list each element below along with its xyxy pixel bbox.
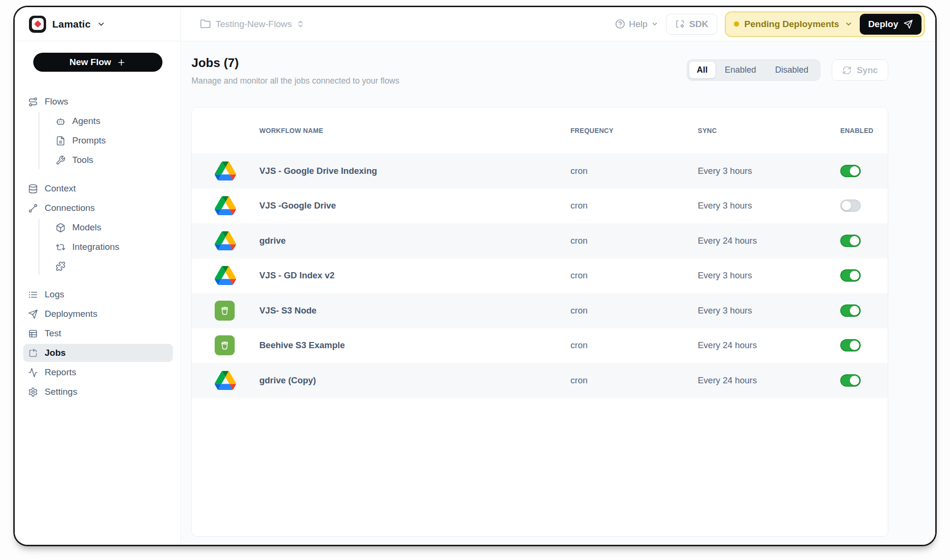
enabled-toggle[interactable] [840,165,861,177]
sidebar-item-prompts[interactable]: Prompts [51,132,173,150]
frequency-value: cron [570,340,698,351]
sidebar-item-connections[interactable]: Connections [23,199,173,217]
page-subtitle: Manage and monitor all the jobs connecte… [191,76,399,86]
help-menu[interactable]: Help [615,19,658,29]
table-header: WORKFLOW NAME FREQUENCY SYNC ENABLED [192,107,888,153]
list-icon [28,290,38,300]
sync-button[interactable]: Sync [832,59,888,81]
enabled-toggle[interactable] [840,235,861,247]
filter-all[interactable]: All [689,62,715,78]
gear-icon [28,387,38,397]
sidebar-item-label: Deployments [45,309,97,319]
brand-area[interactable]: Lamatic [15,7,181,41]
sidebar-item-label: Logs [45,289,64,300]
workflow-name: Beehive S3 Example [259,340,570,351]
jobs-table: WORKFLOW NAME FREQUENCY SYNC ENABLED VJS… [191,107,888,537]
sidebar-item-label: Tools [72,155,93,165]
page-title: Jobs (7) [191,56,399,70]
filter-disabled[interactable]: Disabled [766,62,818,78]
table-row[interactable]: gdrivecronEvery 24 hours [192,223,888,258]
diamond-icon [34,20,41,28]
enabled-toggle[interactable] [840,269,861,282]
table-row[interactable]: VJS - GD Index v2cronEvery 3 hours [192,258,888,294]
enabled-toggle[interactable] [840,339,861,351]
main-content: Jobs (7) Manage and monitor all the jobs… [181,41,935,545]
workflow-name: VJS -Google Drive [259,200,570,211]
frequency-value: cron [570,200,698,211]
sidebar-item-deployments[interactable]: Deployments [23,305,173,323]
new-flow-button[interactable]: New Flow [33,53,162,72]
chevron-down-icon [651,20,658,28]
sidebar-item-integrations[interactable]: Integrations [51,238,173,256]
puzzle-icon: Interfaces [56,261,66,271]
sidebar: New Flow FlowsAgentsPromptsToolsContextC… [15,41,181,545]
chevron-down-icon[interactable] [97,20,105,28]
deploy-button[interactable]: Deploy [860,14,922,35]
table-row[interactable]: Beehive S3 ExamplecronEvery 24 hours [192,328,888,363]
sidebar-item-models[interactable]: Models [51,218,173,237]
sidebar-nav: FlowsAgentsPromptsToolsContextConnection… [15,93,180,401]
help-label: Help [629,19,647,29]
route-icon [28,97,38,107]
sidebar-item-label: Prompts [72,135,106,146]
activity-icon [28,368,38,378]
pending-deployments-group: Pending Deployments Deploy [725,11,925,37]
table-row[interactable]: VJS -Google DrivecronEvery 3 hours [192,189,888,224]
chevron-down-icon[interactable] [845,20,853,28]
google-drive-icon [215,161,236,180]
sidebar-item-logs[interactable]: Logs [23,285,173,304]
enabled-toggle[interactable] [840,304,861,317]
code-frame-gear-icon [675,19,685,29]
table-icon [28,329,38,339]
table-row[interactable]: gdrive (Copy)cronEvery 24 hours [192,363,888,398]
paper-plane-icon [903,19,913,29]
sync-value: Every 24 hours [698,236,840,246]
google-drive-icon [215,266,236,285]
breadcrumb[interactable]: Testing-New-Flows [181,7,615,41]
sidebar-item-jobs[interactable]: Jobs [23,344,173,362]
frequency-value: cron [570,270,698,281]
enabled-toggle[interactable] [840,374,861,387]
sidebar-item-agents[interactable]: Agents [51,112,173,130]
sidebar-item-settings[interactable]: Settings [23,383,173,401]
sidebar-item-reports[interactable]: Reports [23,363,173,381]
repeat-icon [56,242,66,252]
send-icon [28,309,38,319]
sdk-button[interactable]: SDK [666,14,717,35]
sidebar-item-interfaces[interactable]: Interfaces [51,257,173,275]
sidebar-subgroup: ModelsIntegrationsInterfaces [38,218,180,275]
sidebar-item-label: Connections [45,203,95,213]
chevrons-up-down-icon[interactable] [296,20,304,28]
enabled-toggle[interactable] [840,199,861,212]
project-name: Testing-New-Flows [216,19,292,29]
sidebar-item-context[interactable]: Context [23,180,173,198]
workflow-name: gdrive (Copy) [259,375,570,386]
plus-icon [117,58,126,67]
sync-value: Every 3 hours [698,270,840,281]
bot-icon [56,116,66,126]
pending-deployments-label[interactable]: Pending Deployments [744,19,839,29]
sidebar-item-tools[interactable]: Tools [51,151,173,169]
sync-value: Every 24 hours [698,375,840,386]
col-enabled: ENABLED [840,127,888,134]
sdk-label: SDK [689,19,708,29]
filter-enabled[interactable]: Enabled [715,62,766,78]
sidebar-item-label: Reports [45,367,76,378]
google-drive-icon [215,231,236,250]
file-text-icon [56,136,66,146]
help-circle-icon [615,19,625,29]
new-flow-label: New Flow [69,57,111,67]
table-row[interactable]: VJS - Google Drive IndexingcronEvery 3 h… [192,153,888,189]
file-rotate-icon [28,348,38,358]
topbar-actions: Help SDK Pending Deployments Deploy [615,7,935,41]
table-row[interactable]: VJS- S3 NodecronEvery 3 hours [192,293,888,328]
s3-bucket-icon [215,335,235,355]
sidebar-item-test[interactable]: Test [23,324,173,342]
sidebar-item-flows[interactable]: Flows [23,93,173,111]
google-drive-icon [215,371,236,390]
sync-value: Every 24 hours [698,340,840,351]
sidebar-item-label: Test [45,328,61,339]
wrench-icon [56,155,66,165]
google-drive-icon [215,196,236,215]
database-icon [28,184,38,194]
